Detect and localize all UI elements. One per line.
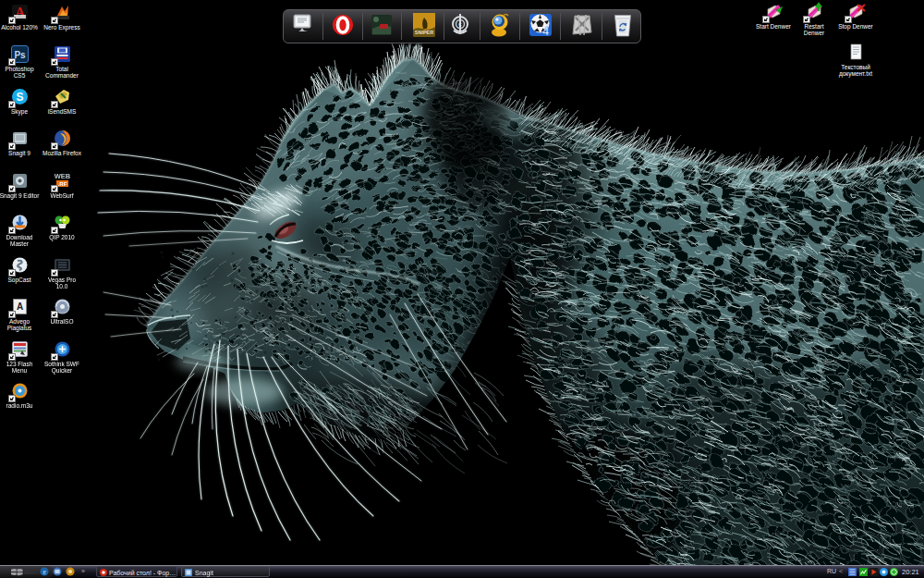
svg-text:SNIPER: SNIPER (415, 30, 434, 35)
svg-text:WEB: WEB (54, 172, 70, 180)
svg-text:¢: ¢ (458, 21, 462, 28)
svg-text:Ps: Ps (14, 50, 26, 60)
svg-text:A: A (16, 301, 22, 312)
svg-text:.RF: .RF (57, 181, 67, 187)
svg-text:S: S (16, 91, 23, 104)
svg-text:4: 4 (542, 25, 549, 38)
svg-text:e: e (43, 569, 45, 576)
